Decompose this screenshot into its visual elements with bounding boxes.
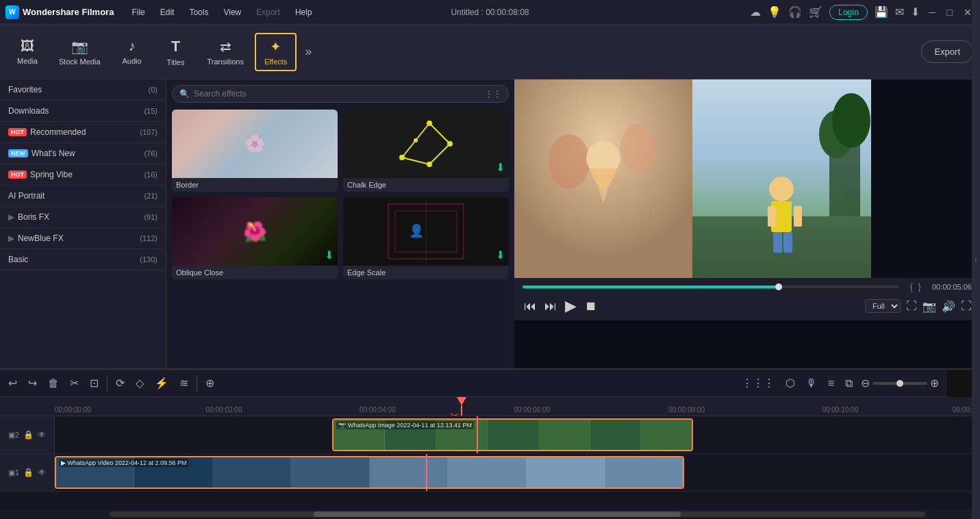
sidebar-item-whats-new[interactable]: NEW What's New (76) <box>0 143 166 164</box>
ripple-button[interactable]: ⊕ <box>203 374 217 392</box>
minimize-button[interactable]: ─ <box>927 7 939 18</box>
svg-rect-26 <box>794 206 802 227</box>
redo-button[interactable]: ↪ <box>25 374 40 392</box>
chalk-download-icon[interactable]: ⬇ <box>496 161 505 174</box>
zoom-out-button[interactable]: ⊖ <box>861 377 870 390</box>
track-2-lock-icon[interactable]: 🔒 <box>23 430 34 440</box>
svg-rect-28 <box>783 232 792 253</box>
pip-icon[interactable]: ⧉ <box>842 375 855 392</box>
tool-stock-media[interactable]: 📷 Stock Media <box>51 34 109 70</box>
ruler-time-1: 00:00:02:00 <box>206 406 242 414</box>
skip-back-button[interactable]: ⏮ <box>523 298 538 315</box>
sidebar-item-spring-vibe[interactable]: HOT Spring Vibe (16) <box>0 164 166 186</box>
motion-icon[interactable]: ⋮⋮⋮ <box>739 374 777 392</box>
effect-card-oblique-close[interactable]: 🌺 ⬇ Oblique Close <box>172 197 338 279</box>
track-1-clip[interactable]: ▶ WhatsApp Video 2022-04-12 at 2.09.56 P… <box>55 456 684 489</box>
grid-view-button[interactable]: ⋮⋮ <box>485 89 501 99</box>
effects-grid: 🌸 Border <box>172 110 509 279</box>
keyframe-button[interactable]: ◇ <box>133 374 147 392</box>
bulb-icon[interactable]: 💡 <box>768 5 781 18</box>
edge-scale-download-icon[interactable]: ⬇ <box>496 249 505 262</box>
tool-media[interactable]: 🖼 Media <box>7 34 48 69</box>
mic-icon[interactable]: 🎙 <box>803 375 820 392</box>
frame-back-button[interactable]: ⏭ <box>543 298 558 315</box>
export-button[interactable]: Export <box>921 40 973 63</box>
media-icon: 🖼 <box>21 38 34 54</box>
progress-bar[interactable] <box>523 286 899 288</box>
rotation-button[interactable]: ⟳ <box>113 374 127 392</box>
fullscreen-icon[interactable]: ⛶ <box>906 300 917 312</box>
maximize-button[interactable]: □ <box>944 7 955 18</box>
track-1-lock-icon[interactable]: 🔒 <box>23 468 34 477</box>
tool-transitions[interactable]: ⇄ Transitions <box>199 34 252 70</box>
crop-timeline-button[interactable]: ⊡ <box>87 374 101 392</box>
undo-button[interactable]: ↩ <box>5 374 20 392</box>
main-area: Favorites (0) Downloads (15) HOT Recomme… <box>0 79 980 368</box>
save-icon[interactable]: 💾 <box>875 5 888 18</box>
effect-card-edge-scale[interactable]: 👤 ⬇ Edge Scale <box>343 197 509 279</box>
track-row-1: ▣1 🔒 👁 ▶ WhatsApp Video <box>0 454 980 492</box>
tool-effects[interactable]: ✦ Effects <box>255 33 297 71</box>
login-button[interactable]: Login <box>829 5 867 20</box>
effect-card-border[interactable]: 🌸 Border <box>172 110 338 192</box>
tool-titles[interactable]: T Titles <box>155 34 197 71</box>
crop-icon[interactable]: ⛶ <box>961 300 972 312</box>
mail-icon[interactable]: ✉ <box>895 5 904 18</box>
subtitles-icon[interactable]: ≡ <box>825 375 837 392</box>
sidebar-item-boris-fx[interactable]: ▶ Boris FX (91) <box>0 207 166 228</box>
menu-export[interactable]: Export <box>249 5 287 20</box>
zoom-in-button[interactable]: ⊕ <box>930 377 939 390</box>
volume-icon[interactable]: 🔊 <box>942 300 955 313</box>
menu-edit[interactable]: Edit <box>153 5 181 20</box>
download-icon[interactable]: ⬇ <box>911 5 920 18</box>
sidebar-item-ai-portrait[interactable]: AI Portrait (21) <box>0 186 166 207</box>
shield-icon[interactable]: ⬡ <box>783 374 798 392</box>
cloud-icon[interactable]: ☁ <box>750 5 761 18</box>
ruler-time-4: 00:00:08:00 <box>668 406 705 414</box>
track-1-eye-icon[interactable]: 👁 <box>38 468 46 477</box>
search-icon: 🔍 <box>179 89 190 99</box>
track-2-label: ▣2 🔒 👁 <box>0 416 55 453</box>
sidebar-item-newblue-fx[interactable]: ▶ NewBlue FX (112) <box>0 228 166 249</box>
effect-card-chalk-edge[interactable]: ⬇ Chalk Edge <box>343 110 509 192</box>
cut-button[interactable]: ✂ <box>67 374 81 392</box>
favorites-label: Favorites <box>8 85 149 94</box>
sidebar-item-recommended[interactable]: HOT Recommended (107) <box>0 122 166 143</box>
search-input[interactable] <box>194 89 481 99</box>
more-tools-button[interactable]: » <box>299 39 317 64</box>
timeline-scrollbar-thumb[interactable] <box>314 511 681 517</box>
top-bar: W Wondershare Filmora File Edit Tools Vi… <box>0 0 980 25</box>
black-panel <box>947 370 975 397</box>
audio-btn[interactable]: ≋ <box>177 374 191 392</box>
menu-file[interactable]: File <box>125 5 151 20</box>
quality-select[interactable]: Full 1/2 1/4 <box>865 299 901 313</box>
ruler-time-5: 00:00:10:00 <box>822 406 858 414</box>
preview-icons: ⛶ 📷 🔊 ⛶ <box>906 300 972 313</box>
menu-view[interactable]: View <box>216 5 248 20</box>
transitions-label: Transitions <box>208 58 244 66</box>
svg-point-15 <box>620 124 655 172</box>
sidebar-item-favorites[interactable]: Favorites (0) <box>0 79 166 101</box>
effects-timeline-button[interactable]: ⚡ <box>152 374 171 392</box>
menu-help[interactable]: Help <box>288 5 319 20</box>
search-bar: 🔍 ⋮⋮ <box>172 85 509 103</box>
headset-icon[interactable]: 🎧 <box>788 5 802 18</box>
track-2-clip[interactable]: 📷 WhatsApp Image 2022-04-11 at 12.13.41 … <box>332 418 693 451</box>
timeline: ↩ ↪ 🗑 ✂ ⊡ ⟳ ◇ ⚡ ≋ ⊕ ⋮⋮⋮ ⬡ 🎙 ≡ ⧉ ⊖ ⊕ 00:0… <box>0 368 980 519</box>
sidebar-item-downloads[interactable]: Downloads (15) <box>0 101 166 122</box>
tool-audio[interactable]: ♪ Audio <box>112 34 153 69</box>
stop-button[interactable]: ⏹ <box>583 298 599 315</box>
menu-tools[interactable]: Tools <box>182 5 215 20</box>
delete-button[interactable]: 🗑 <box>45 375 62 392</box>
timeline-scrollbar-track[interactable] <box>110 511 925 517</box>
snapshot-icon[interactable]: 📷 <box>922 300 936 313</box>
sidebar-item-basic[interactable]: Basic (130) <box>0 249 166 270</box>
time-display: 00:00:05:06 <box>932 283 972 291</box>
cart-icon[interactable]: 🛒 <box>809 5 822 18</box>
play-button[interactable]: ▶ <box>564 296 578 316</box>
oblique-download-icon[interactable]: ⬇ <box>325 249 334 262</box>
whats-new-count: (76) <box>144 149 158 157</box>
track-2-eye-icon[interactable]: 👁 <box>38 430 46 440</box>
zoom-slider[interactable] <box>872 382 927 385</box>
left-panel: Favorites (0) Downloads (15) HOT Recomme… <box>0 79 166 368</box>
